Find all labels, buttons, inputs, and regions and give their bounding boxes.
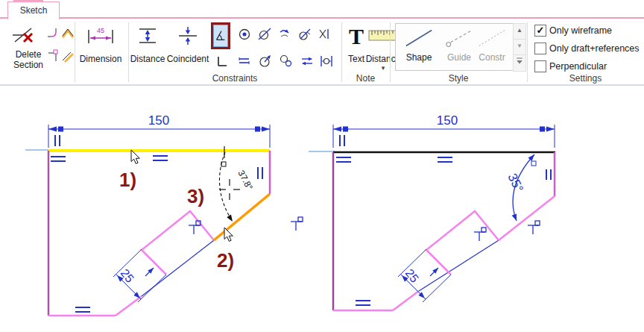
radius-icon <box>258 54 273 69</box>
diagonal-thin-edge[interactable] <box>419 240 499 291</box>
symmetric-icon <box>319 54 334 69</box>
perpendicular-constraint-button[interactable] <box>215 54 230 72</box>
tangent-constraint-button[interactable] <box>257 27 272 45</box>
coincident-label[interactable]: Coincident <box>165 54 210 64</box>
perpendicular-icon <box>215 54 230 69</box>
only-draft-references-label[interactable]: Only draft+references <box>549 43 640 54</box>
parallel-constraint-icon[interactable] <box>51 157 66 161</box>
tab-sketch[interactable]: Sketch <box>7 1 60 19</box>
style-more-button[interactable] <box>513 54 526 72</box>
coincident-icon <box>177 25 199 46</box>
svg-text:45: 45 <box>97 27 104 34</box>
bottom-chamfer-edge[interactable] <box>116 296 142 316</box>
guide-line-icon <box>443 26 475 50</box>
tangent-line-constraint-button[interactable] <box>297 27 312 45</box>
step-label-2: 2) <box>217 249 234 272</box>
construction-line-icon <box>476 26 508 50</box>
angled-edge[interactable] <box>499 196 555 240</box>
parallel-constraint-icon[interactable] <box>75 307 90 312</box>
equal-length-constraint-button[interactable] <box>300 54 315 72</box>
note-group-label: Note <box>341 73 390 84</box>
tangent-icon <box>257 27 272 42</box>
angle-constraint-button-highlighted[interactable] <box>211 22 230 49</box>
dimension-label[interactable]: Dimension <box>76 54 125 64</box>
width-dimension-value: 150 <box>437 113 458 128</box>
width-dimension-value: 150 <box>148 113 169 128</box>
fillet-corner-button[interactable] <box>46 49 59 66</box>
step-label-1: 1) <box>119 169 136 191</box>
vertical-constraint-icon[interactable] <box>546 169 551 180</box>
text-note-button[interactable]: T <box>349 24 364 49</box>
perpendicular-label[interactable]: Perpendicular <box>549 61 607 72</box>
slot-outline[interactable] <box>142 211 214 275</box>
dimension-button[interactable]: 45 <box>86 25 116 49</box>
radius-constraint-button[interactable] <box>258 54 273 72</box>
style-item-constr-label[interactable]: Constr <box>475 52 509 63</box>
perpendicular-constraint-icon[interactable] <box>291 217 303 231</box>
parallel-constraint-button[interactable] <box>237 54 252 72</box>
midpoint-constraint-button[interactable] <box>318 27 332 45</box>
style-scroll-up-button[interactable]: ▲ <box>513 23 526 40</box>
vertical-constraint-icon[interactable] <box>55 135 60 146</box>
style-item-constr[interactable] <box>476 26 508 51</box>
step-label-3: 3) <box>187 185 204 207</box>
chamfer-button[interactable] <box>60 27 74 43</box>
concentric-icon <box>237 27 252 42</box>
distance-constraint-button[interactable] <box>136 25 159 49</box>
chamfer-line-button[interactable] <box>60 49 74 66</box>
style-item-shape-label[interactable]: Shape <box>402 52 436 63</box>
style-item-shape[interactable] <box>403 26 435 51</box>
perpendicular-constraint-icon[interactable] <box>474 228 486 241</box>
slot-outline[interactable] <box>426 211 499 275</box>
width-dimension[interactable]: 150 <box>48 113 270 148</box>
midpoint-icon <box>318 27 332 42</box>
angle-dimension-value: 35° <box>505 171 525 194</box>
crosshair-cursor <box>219 179 240 200</box>
left-drawing: 150 <box>25 113 303 316</box>
concentric-constraint-button[interactable] <box>237 27 252 45</box>
slot-dimension[interactable]: 25 <box>113 249 166 302</box>
distance-icon <box>136 25 159 46</box>
equal-radius-constraint-button[interactable] <box>279 54 294 72</box>
delete-section-label[interactable]: Delete Section <box>4 49 52 70</box>
style-scroll-down-button[interactable]: ▼ <box>513 39 526 55</box>
only-wireframe-label[interactable]: Only wireframe <box>549 25 612 36</box>
width-dimension[interactable]: 150 <box>333 113 555 148</box>
distance-constraint-label[interactable]: Distance <box>127 54 168 64</box>
parallel-constraint-icon[interactable] <box>153 156 168 160</box>
style-item-guide[interactable] <box>443 26 475 51</box>
chamfer-icon <box>60 27 74 40</box>
equal-radius-icon <box>279 54 294 69</box>
perpendicular-constraint-icon[interactable] <box>528 221 540 234</box>
symmetric-constraint-button[interactable] <box>319 54 334 72</box>
parallel-constraint-icon[interactable] <box>356 301 370 305</box>
style-gallery: Shape Guide Constr <box>395 23 514 71</box>
only-draft-references-checkbox[interactable] <box>534 43 546 54</box>
vertical-constraint-icon[interactable] <box>258 167 262 179</box>
vertical-constraint-icon[interactable] <box>340 135 344 146</box>
equal-curvature-constraint-button[interactable] <box>277 27 292 45</box>
tab-strip: Sketch <box>0 0 644 19</box>
fillet-icon <box>46 27 59 40</box>
angle-dimension[interactable]: 35° <box>505 153 536 222</box>
only-wireframe-checkbox[interactable]: ✓ <box>534 25 546 37</box>
parallel-icon <box>237 54 252 69</box>
fillet-button[interactable] <box>46 27 59 43</box>
ribbon-accent-line <box>0 17 644 19</box>
equal-curvature-icon <box>277 27 292 42</box>
bottom-chamfer-edge[interactable] <box>393 291 419 310</box>
perpendicular-checkbox[interactable] <box>534 60 546 72</box>
coincident-button[interactable] <box>177 25 199 49</box>
settings-group-label: Settings <box>527 73 644 84</box>
shape-line-icon <box>403 26 435 50</box>
equal-length-icon <box>300 54 315 69</box>
delete-section-button[interactable] <box>10 24 43 48</box>
style-item-guide-label[interactable]: Guide <box>442 52 476 63</box>
parallel-constraint-icon[interactable] <box>336 157 351 162</box>
tangent-line-icon <box>297 27 312 42</box>
constraints-group-label: Constraints <box>128 73 341 84</box>
distance-note-button[interactable] <box>368 28 398 46</box>
live-angle-readout: 37.8° <box>236 169 255 192</box>
parallel-constraint-icon[interactable] <box>438 157 452 162</box>
right-drawing: 150 <box>309 113 555 310</box>
